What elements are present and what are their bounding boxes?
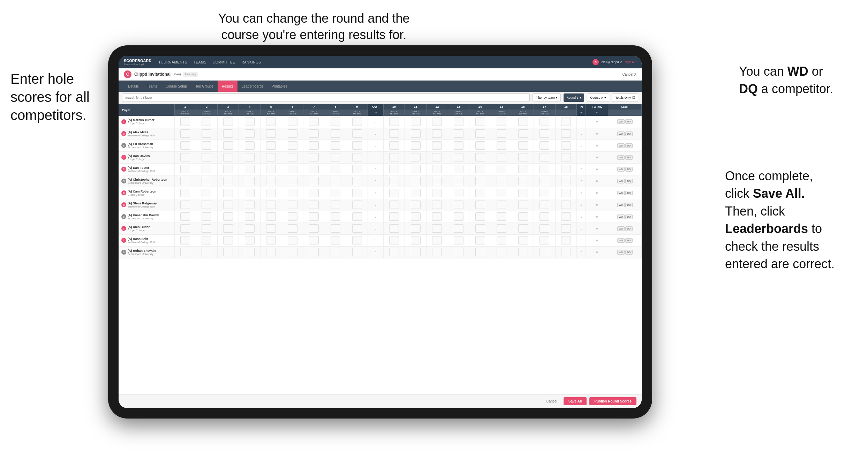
score-cell-player6-hole6[interactable] [282,187,303,199]
score-cell-player5-hole13[interactable] [448,175,469,187]
score-cell-player2-hole13[interactable] [448,140,469,151]
score-input-player0-hole5[interactable] [266,118,276,126]
score-input-player7-hole15[interactable] [497,201,506,209]
score-input-player0-hole3[interactable] [223,118,233,126]
score-cell-player8-hole9[interactable] [346,211,368,223]
score-cell-player6-hole5[interactable] [260,187,282,199]
score-input-player6-hole6[interactable] [288,189,297,197]
score-cell-player8-hole5[interactable] [260,211,282,223]
score-cell-player4-hole2[interactable] [196,163,218,175]
score-input-player4-hole13[interactable] [454,165,463,173]
totals-only-toggle[interactable]: Totals Only ☐ [612,93,638,102]
score-input-player3-hole14[interactable] [475,153,485,161]
score-input-player6-hole12[interactable] [432,189,442,197]
score-cell-player1-hole1[interactable] [174,128,196,140]
score-input-player0-hole10[interactable] [389,118,399,126]
score-input-player7-hole12[interactable] [432,201,442,209]
score-cell-player11-hole17[interactable] [534,246,556,258]
tab-tee-groups[interactable]: Tee Groups [191,81,218,92]
score-input-player4-hole11[interactable] [411,165,421,173]
score-input-player1-hole13[interactable] [454,129,463,138]
score-cell-player11-hole9[interactable] [346,246,368,258]
score-input-player4-hole16[interactable] [518,165,528,173]
score-input-player0-hole12[interactable] [432,118,442,126]
score-cell-player8-hole16[interactable] [512,211,534,223]
score-cell-player6-hole9[interactable] [346,187,368,199]
score-cell-player10-hole8[interactable] [325,234,346,246]
score-cell-player0-hole5[interactable] [260,116,282,128]
score-input-player4-hole5[interactable] [266,165,276,173]
dq-button-6[interactable]: DQ [625,191,633,195]
score-cell-player7-hole11[interactable] [405,199,427,211]
wd-button-9[interactable]: WD [617,226,625,231]
score-input-player2-hole9[interactable] [352,141,362,150]
score-input-player7-hole16[interactable] [518,201,528,209]
score-cell-player6-hole10[interactable] [383,187,405,199]
score-input-player5-hole7[interactable] [309,177,319,185]
score-cell-player1-hole14[interactable] [469,128,491,140]
score-cell-player6-hole15[interactable] [491,187,512,199]
score-cell-player10-hole18[interactable] [555,234,577,246]
score-cell-player3-hole14[interactable] [469,151,491,163]
wd-button-7[interactable]: WD [617,203,625,207]
score-cell-player10-hole15[interactable] [491,234,512,246]
wd-button-4[interactable]: WD [617,167,625,172]
score-cell-player5-hole10[interactable] [383,175,405,187]
round-selector[interactable]: Round 1 ▾ [564,93,584,102]
score-input-player8-hole9[interactable] [352,212,362,221]
score-cell-player0-hole1[interactable] [174,116,196,128]
score-input-player1-hole6[interactable] [288,129,297,138]
score-input-player6-hole7[interactable] [309,189,319,197]
score-cell-player4-hole4[interactable] [239,163,261,175]
score-input-player7-hole8[interactable] [331,201,340,209]
wd-button-11[interactable]: WD [617,250,625,255]
score-cell-player3-hole13[interactable] [448,151,469,163]
score-input-player6-hole8[interactable] [331,189,340,197]
score-input-player11-hole12[interactable] [432,248,442,256]
score-input-player8-hole12[interactable] [432,212,442,221]
score-input-player2-hole10[interactable] [389,141,399,150]
score-input-player1-hole3[interactable] [223,129,233,138]
score-input-player3-hole9[interactable] [352,153,362,161]
score-cell-player1-hole13[interactable] [448,128,469,140]
score-cell-player2-hole2[interactable] [196,140,218,151]
score-input-player8-hole10[interactable] [389,212,399,221]
score-cell-player0-hole17[interactable] [534,116,556,128]
score-input-player1-hole8[interactable] [331,129,340,138]
score-input-player2-hole1[interactable] [180,141,190,150]
score-cell-player10-hole12[interactable] [427,234,448,246]
score-cell-player3-hole15[interactable] [491,151,512,163]
score-input-player5-hole6[interactable] [288,177,297,185]
score-input-player5-hole15[interactable] [497,177,506,185]
tab-course-setup[interactable]: Course Setup [161,81,191,92]
score-cell-player8-hole17[interactable] [534,211,556,223]
score-cell-player10-hole7[interactable] [303,234,325,246]
score-input-player10-hole18[interactable] [561,236,571,244]
score-cell-player6-hole8[interactable] [325,187,346,199]
filter-by-team-dropdown[interactable]: Filter by team ▾ [533,93,561,102]
score-cell-player9-hole5[interactable] [260,223,282,234]
score-input-player3-hole7[interactable] [309,153,319,161]
score-input-player8-hole5[interactable] [266,212,276,221]
score-input-player3-hole13[interactable] [454,153,463,161]
score-input-player9-hole16[interactable] [518,224,528,233]
score-input-player4-hole3[interactable] [223,165,233,173]
score-cell-player7-hole16[interactable] [512,199,534,211]
score-input-player3-hole16[interactable] [518,153,528,161]
score-cell-player0-hole11[interactable] [405,116,427,128]
tab-details[interactable]: Details [124,81,143,92]
score-input-player1-hole16[interactable] [518,129,528,138]
score-input-player8-hole13[interactable] [454,212,463,221]
score-cell-player3-hole1[interactable] [174,151,196,163]
score-cell-player6-hole3[interactable] [217,187,239,199]
score-input-player9-hole10[interactable] [389,224,399,233]
score-input-player3-hole4[interactable] [245,153,255,161]
score-cell-player0-hole18[interactable] [555,116,577,128]
score-input-player8-hole6[interactable] [288,212,297,221]
dq-button-11[interactable]: DQ [625,250,633,255]
score-cell-player3-hole11[interactable] [405,151,427,163]
score-input-player11-hole13[interactable] [454,248,463,256]
score-cell-player6-hole1[interactable] [174,187,196,199]
score-input-player0-hole16[interactable] [518,118,528,126]
score-cell-player7-hole9[interactable] [346,199,368,211]
